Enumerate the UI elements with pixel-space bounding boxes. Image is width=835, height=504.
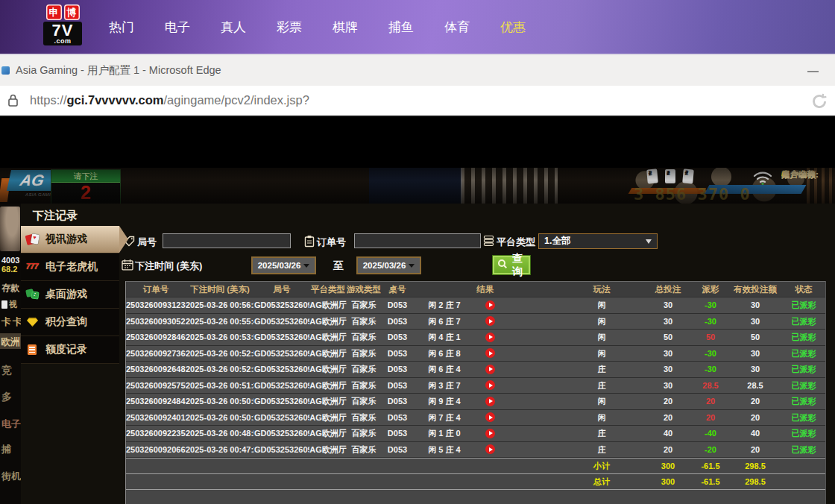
sidebar-item-label: 视讯游戏 <box>45 233 87 246</box>
total-payout: -61.5 <box>690 474 731 489</box>
logo-main: 7V <box>43 22 82 38</box>
payout-cell: -30 <box>690 346 731 362</box>
chevron-down-icon <box>409 264 415 268</box>
date-to-label: 至 <box>333 259 344 273</box>
time-cell: 2025-03-26 00:47:24 <box>186 442 254 458</box>
diamond-icon <box>26 316 40 328</box>
minimize-button[interactable] <box>807 71 819 72</box>
sidebar-item-slot-machines[interactable]: 电子老虎机 <box>21 253 119 281</box>
header-time: 下注时间 (美东) <box>186 282 254 297</box>
bg-fragment: 视 <box>1 299 17 310</box>
sidebar-item-points-query[interactable]: 积分查询 <box>21 309 119 336</box>
sidebar-item-table-games[interactable]: 桌面游戏 <box>21 281 119 309</box>
time-cell: 2025-03-26 00:50:14 <box>186 410 254 426</box>
payout-cell: 20 <box>690 394 731 409</box>
valid-cell: 20 <box>731 442 779 458</box>
bet-prompt-box: 请下注 2 <box>51 169 121 204</box>
site-logo[interactable]: 申 博 7V .com <box>43 4 82 45</box>
sidebar-item-label: 电子老虎机 <box>45 260 98 274</box>
valid-cell: 30 <box>731 314 779 330</box>
site-navbar: 申 博 7V .com 热门 电子 真人 彩票 棋牌 捕鱼 体育 优惠 <box>0 0 835 54</box>
table-cell: D053 <box>381 426 414 441</box>
bet-record-row: 2503260092846912025-03-26 00:53:54GD0532… <box>126 330 825 346</box>
video-play-button[interactable] <box>485 429 495 438</box>
video-play-button[interactable] <box>485 397 495 406</box>
nav-item-lottery[interactable]: 彩票 <box>277 19 302 36</box>
result-cell: 闲 5 庄 4 <box>414 442 557 458</box>
video-play-button[interactable] <box>485 444 495 454</box>
video-play-button[interactable] <box>485 380 495 390</box>
video-play-button[interactable] <box>485 333 495 342</box>
slot-machine-icon <box>26 261 40 273</box>
balance-display: 3 856 370 0 <box>634 185 751 204</box>
status-cell: 已派彩 <box>779 314 828 330</box>
payout-cell: -30 <box>690 314 731 330</box>
header-stake: 总投注 <box>646 282 690 297</box>
video-play-button[interactable] <box>485 365 495 374</box>
background-decor <box>461 168 558 204</box>
date-to-picker[interactable]: 2025/03/26 <box>356 256 421 274</box>
play_type-cell: 闲 <box>557 314 646 330</box>
header-payout: 派彩 <box>690 282 731 297</box>
table-body: 2503260093123652025-03-26 00:56:19GD0532… <box>126 297 825 458</box>
window-title: Asia Gaming - 用户配置 1 - Microsoft Edge <box>16 63 221 78</box>
search-button[interactable]: 查询 <box>492 255 531 275</box>
status-cell: 已派彩 <box>779 362 828 377</box>
valid-cell: 20 <box>731 394 779 409</box>
bet-record-row: 2503260092235652025-03-26 00:48:51GD0532… <box>126 426 825 442</box>
nav-item-live[interactable]: 真人 <box>221 19 246 36</box>
table-footer <box>126 489 825 504</box>
nav-item-slots[interactable]: 电子 <box>165 19 190 36</box>
video-play-button[interactable] <box>485 348 495 358</box>
status-cell: 已派彩 <box>779 330 828 345</box>
panel-sidebar: 视讯游戏 电子老虎机 桌面游戏 积分查询 额度记录 <box>21 226 119 504</box>
status-cell: 已派彩 <box>779 297 828 313</box>
video-play-button[interactable] <box>485 300 495 310</box>
round-cell: GD0532532609U <box>254 362 309 377</box>
table-games-icon <box>26 289 40 300</box>
game-cell: 百家乐 <box>347 346 381 362</box>
platform-cell: AG欧洲厅 <box>309 330 347 345</box>
subtotal-stake: 300 <box>646 459 690 473</box>
bg-fragment: 存款 <box>1 282 19 294</box>
total-label: 总计 <box>557 474 646 489</box>
valid-cell: 30 <box>731 362 779 377</box>
stake-cell: 30 <box>646 378 690 394</box>
nav-item-hot[interactable]: 热门 <box>109 19 134 36</box>
order-input[interactable] <box>354 233 481 248</box>
play_type-cell: 庄 <box>557 378 646 394</box>
search-button-label: 查询 <box>509 252 526 279</box>
date-from-picker[interactable]: 2025/03/26 <box>251 256 316 274</box>
refresh-icon[interactable] <box>810 92 829 114</box>
order-cell: 250326009284691 <box>126 330 186 345</box>
bet-record-row: 2503260092401972025-03-26 00:50:14GD0532… <box>126 410 825 426</box>
url-domain: gci.7vvvvvv.com <box>67 93 164 107</box>
round-cell: GD0532532609P <box>254 426 309 441</box>
url-text[interactable]: https://gci.7vvvvvv.com/agingame/pcv2/in… <box>30 93 309 107</box>
lock-icon <box>7 92 19 111</box>
nav-item-chess[interactable]: 棋牌 <box>333 19 358 36</box>
round-cell: GD0532532609S <box>254 394 309 409</box>
nav-item-promo[interactable]: 优惠 <box>500 19 526 36</box>
order-cell: 250326009312365 <box>126 297 186 313</box>
nav-item-fishing[interactable]: 捕鱼 <box>388 19 414 36</box>
round-input[interactable] <box>163 233 291 248</box>
sidebar-item-video-games[interactable]: 视讯游戏 <box>21 226 119 253</box>
background-decor <box>369 168 462 204</box>
browser-urlbar[interactable]: https://gci.7vvvvvv.com/agingame/pcv2/in… <box>0 86 835 117</box>
result-text: 闲 9 庄 4 <box>414 394 475 409</box>
header-status: 状态 <box>779 282 828 297</box>
result-cell: 闲 4 庄 1 <box>414 330 557 345</box>
stake-cell: 30 <box>646 314 690 330</box>
video-play-button[interactable] <box>485 316 495 326</box>
platform-select[interactable]: 1.全部 <box>538 233 658 249</box>
video-play-button[interactable] <box>485 412 495 422</box>
status-cell: 已派彩 <box>779 442 828 458</box>
valid-cell: 50 <box>731 330 779 345</box>
bg-fragment: 电子 <box>1 418 21 431</box>
nav-item-sports[interactable]: 体育 <box>444 19 470 36</box>
sidebar-item-quota-records[interactable]: 额度记录 <box>21 336 119 364</box>
round-cell: GD0532532609R <box>254 410 309 426</box>
round-cell: GD0532532609V <box>254 346 309 362</box>
payout-cell: 28.5 <box>690 378 731 394</box>
